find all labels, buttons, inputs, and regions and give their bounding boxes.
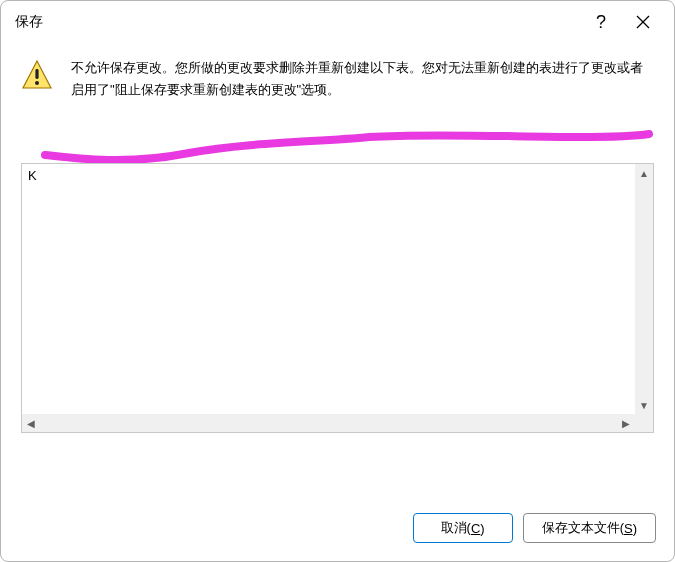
message-row: 不允许保存更改。您所做的更改要求删除并重新创建以下表。您对无法重新创建的表进行了… (21, 57, 654, 101)
btn-text-post: ) (480, 521, 484, 536)
svg-point-4 (35, 81, 39, 85)
scroll-left-icon[interactable]: ◀ (22, 414, 40, 432)
close-icon (636, 15, 650, 29)
message-text: 不允许保存更改。您所做的更改要求删除并重新创建以下表。您对无法重新创建的表进行了… (71, 57, 654, 101)
btn-accesskey: S (624, 521, 633, 536)
btn-text-post: ) (633, 521, 637, 536)
save-text-file-button[interactable]: 保存文本文件(S) (523, 513, 656, 543)
scroll-down-icon[interactable]: ▼ (635, 396, 653, 414)
dialog-title: 保存 (15, 13, 580, 31)
vertical-scrollbar[interactable]: ▲ ▼ (635, 164, 653, 414)
cancel-button[interactable]: 取消(C) (413, 513, 513, 543)
help-button[interactable]: ? (580, 1, 622, 43)
dialog-content: 不允许保存更改。您所做的更改要求删除并重新创建以下表。您对无法重新创建的表进行了… (1, 43, 674, 493)
btn-text: 取消( (441, 519, 471, 537)
horizontal-scrollbar[interactable]: ◀ ▶ (22, 414, 653, 432)
list-item[interactable]: K (28, 168, 647, 183)
warning-icon (21, 59, 53, 91)
svg-rect-3 (35, 69, 38, 79)
btn-text: 保存文本文件( (542, 519, 624, 537)
annotation-highlight (39, 93, 653, 163)
scroll-right-icon[interactable]: ▶ (617, 414, 635, 432)
list-body: K (22, 164, 653, 432)
titlebar: 保存 ? (1, 1, 674, 43)
close-button[interactable] (622, 1, 664, 43)
dialog-window: 保存 ? 不允许保存更改。您所做的更改要求删除并重新创建以下表。您对无法重新创建… (0, 0, 675, 562)
table-list[interactable]: K ▲ ▼ ◀ ▶ (21, 163, 654, 433)
scroll-up-icon[interactable]: ▲ (635, 164, 653, 182)
btn-accesskey: C (471, 521, 480, 536)
button-row: 取消(C) 保存文本文件(S) (1, 493, 674, 561)
